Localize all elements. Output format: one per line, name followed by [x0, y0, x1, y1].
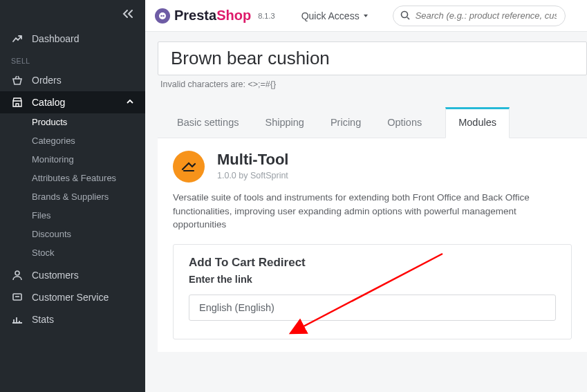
sidebar-collapse[interactable]: [0, 0, 145, 28]
trend-icon: [11, 33, 24, 44]
svg-point-3: [160, 15, 162, 16]
module-title: Multi-Tool: [217, 151, 288, 169]
sidebar-sub-stock[interactable]: Stock: [32, 245, 145, 260]
chat-icon: [11, 292, 24, 303]
user-icon: [11, 270, 24, 281]
language-value: English (English): [199, 302, 274, 313]
caret-down-icon: [362, 12, 369, 19]
brand-logo-icon: [155, 8, 170, 24]
svg-point-0: [15, 271, 19, 275]
topbar: PrestaShop 8.1.3 Quick Access: [145, 0, 587, 32]
brand-version: 8.1.3: [258, 12, 274, 20]
sidebar-item-label: Stats: [32, 314, 54, 325]
collapse-icon: [122, 9, 134, 19]
sidebar-sub-products[interactable]: Products: [32, 115, 145, 129]
add-to-cart-redirect-card: Add To Cart Redirect Enter the link Engl…: [173, 244, 572, 339]
sidebar-item-label: Dashboard: [32, 33, 80, 44]
card-subtitle: Enter the link: [189, 274, 556, 285]
module-description: Versatile suite of tools and instruments…: [173, 191, 572, 232]
search-icon: [400, 10, 411, 24]
brand[interactable]: PrestaShop 8.1.3: [155, 8, 275, 24]
search-input[interactable]: [393, 6, 566, 26]
tab-shipping[interactable]: Shipping: [262, 109, 306, 138]
module-header: Multi-Tool 1.0.0 by SoftSprint: [173, 151, 572, 183]
sidebar-sub-categories[interactable]: Categories: [32, 133, 145, 148]
tab-options[interactable]: Options: [384, 109, 425, 138]
svg-point-2: [159, 12, 166, 19]
sidebar-item-catalog[interactable]: Catalog: [0, 91, 145, 113]
tab-basic-settings[interactable]: Basic settings: [174, 109, 241, 138]
sidebar-sub-discounts[interactable]: Discounts: [32, 227, 145, 241]
sidebar-item-customer-service[interactable]: Customer Service: [0, 286, 145, 308]
sidebar-sub-files[interactable]: Files: [32, 208, 145, 223]
svg-point-4: [162, 15, 164, 16]
module-panel: Multi-Tool 1.0.0 by SoftSprint Versatile…: [158, 138, 587, 352]
tab-modules[interactable]: Modules: [445, 107, 510, 138]
basket-icon: [11, 75, 24, 86]
sidebar: Dashboard SELL Orders Catalog Products C…: [0, 0, 145, 392]
chevron-up-icon: [126, 97, 134, 108]
stats-icon: [11, 314, 24, 325]
sidebar-sub-monitoring[interactable]: Monitoring: [32, 152, 145, 167]
sidebar-item-label: Customers: [32, 270, 79, 281]
sidebar-item-dashboard[interactable]: Dashboard: [0, 28, 145, 50]
invalid-characters-note: Invalid characters are: <>;=#{}: [160, 80, 587, 89]
sidebar-item-label: Customer Service: [32, 292, 109, 303]
product-title-input[interactable]: [171, 48, 574, 69]
product-tabs: Basic settings Shipping Pricing Options …: [158, 107, 587, 138]
sidebar-sub-brands[interactable]: Brands & Suppliers: [32, 189, 145, 204]
store-icon: [11, 97, 24, 108]
sidebar-item-orders[interactable]: Orders: [0, 69, 145, 91]
catalog-subitems: Products Categories Monitoring Attribute…: [0, 113, 145, 264]
language-selector[interactable]: English (English): [189, 295, 556, 321]
sidebar-section-sell: SELL: [0, 50, 145, 69]
brand-text: PrestaShop: [174, 8, 251, 24]
quick-access-label: Quick Access: [301, 10, 360, 21]
sidebar-item-customers[interactable]: Customers: [0, 264, 145, 286]
card-title: Add To Cart Redirect: [189, 256, 556, 270]
sidebar-sub-attributes[interactable]: Attributes & Features: [32, 171, 145, 185]
tab-pricing[interactable]: Pricing: [328, 109, 364, 138]
sidebar-item-label: Orders: [32, 75, 62, 86]
product-title-wrap: [158, 41, 587, 75]
content: Invalid characters are: <>;=#{} Basic se…: [145, 32, 587, 392]
module-meta: 1.0.0 by SoftSprint: [217, 171, 288, 180]
quick-access-dropdown[interactable]: Quick Access: [301, 10, 369, 21]
sidebar-item-stats[interactable]: Stats: [0, 308, 145, 330]
module-icon: [173, 151, 205, 183]
sidebar-item-label: Catalog: [32, 97, 65, 108]
main-column: PrestaShop 8.1.3 Quick Access Invalid ch…: [145, 0, 587, 392]
svg-point-5: [401, 11, 407, 17]
search-wrap: [393, 6, 566, 26]
